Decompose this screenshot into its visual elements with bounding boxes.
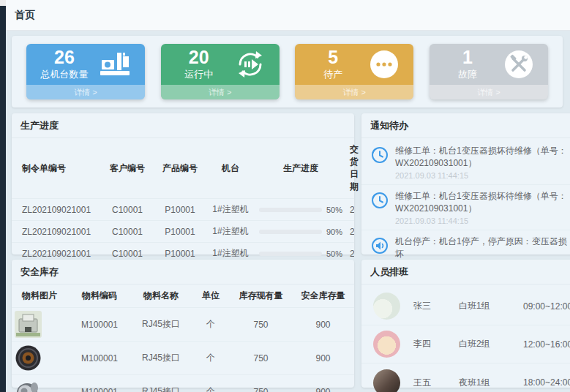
- list-item[interactable]: 维修工单：机台1变压器损坏待维修（单号：WX202109031001） 2021…: [361, 140, 570, 185]
- ellipsis-icon: [368, 48, 400, 80]
- col-product-no: 产品编号: [154, 138, 206, 199]
- fault-value: 1: [462, 48, 473, 67]
- employee-name: 张三: [413, 300, 459, 312]
- card-fault[interactable]: 1 故障: [430, 44, 548, 99]
- col-safety-qty: 安全库存量: [292, 284, 354, 308]
- table-row[interactable]: ZL202109021001 C10001 P10001 1#注塑机 90% 2…: [12, 221, 354, 243]
- waiting-label: 待产: [323, 68, 342, 81]
- table-row[interactable]: M100001 RJ45接口 个 750 900: [12, 308, 354, 342]
- notifications-title: 通知待办: [361, 113, 570, 138]
- cycle-icon: [234, 48, 266, 80]
- dashboard-page: 首页 26 总机台数量: [0, 0, 570, 392]
- list-item[interactable]: 王五 夜班1组 18:00~24:00: [361, 363, 570, 392]
- list-item[interactable]: 张三 白班1组 09:00~12:00: [361, 287, 570, 325]
- avatar: [373, 369, 400, 392]
- clock-icon: [370, 146, 389, 165]
- shift-time: 09:00~12:00: [523, 301, 570, 312]
- production-progress-panel: 生产进度 制令单编号 客户编号 产品编号 机台 生产进度 交货日期: [12, 113, 354, 255]
- staff-schedule-panel: 人员排班 张三 白班1组 09:00~12:00 李四 白班2组 12:: [361, 260, 570, 388]
- running-detail-link[interactable]: 详情 >: [161, 85, 280, 99]
- notification-text: 机台停产：机台1停产，停产原因：变压器损坏: [395, 235, 570, 261]
- rj45-connector-image: [15, 311, 42, 338]
- col-machine: 机台: [206, 138, 255, 199]
- page-title: 首页: [15, 9, 35, 22]
- top-bar: 首页: [6, 0, 570, 31]
- total-machines-value: 26: [54, 48, 75, 67]
- staff-schedule-title: 人员排班: [361, 260, 570, 284]
- round-speaker-image: [15, 344, 42, 372]
- col-material-name: 物料名称: [130, 284, 192, 308]
- speaker-icon: [370, 236, 389, 255]
- clock-icon: [370, 191, 389, 210]
- progress-bar: 90%: [258, 227, 344, 236]
- cone-speaker-image: [15, 378, 42, 392]
- card-total-machines[interactable]: 26 总机台数量: [26, 44, 145, 99]
- col-delivery-date: 交货日期: [347, 138, 354, 199]
- safety-inventory-panel: 安全库存 物料图片 物料编码 物料名称 单位 库存现有量 安全库存量: [12, 260, 354, 388]
- fault-label: 故障: [458, 68, 477, 81]
- notification-text: 维修工单：机台1变压器损坏待维修（单号：WX202109031001）: [395, 190, 570, 216]
- progress-bar: 50%: [258, 206, 344, 214]
- notification-time: 2021.09.03 11:44:15: [395, 171, 570, 180]
- progress-bar: 50%: [258, 249, 344, 258]
- tools-icon: [503, 48, 535, 80]
- col-customer-no: 客户编号: [101, 138, 154, 199]
- avatar: [373, 293, 400, 320]
- employee-name: 李四: [413, 338, 459, 350]
- shift-label: 夜班1组: [459, 377, 523, 389]
- notification-time: 2021.09.03 11:44:15: [395, 216, 570, 225]
- card-running[interactable]: 20 运行中: [161, 44, 280, 99]
- col-progress: 生产进度: [255, 138, 347, 199]
- shift-label: 白班1组: [459, 300, 523, 312]
- col-order-no: 制令单编号: [12, 138, 101, 199]
- employee-name: 王五: [413, 377, 459, 389]
- fault-detail-link[interactable]: 详情 >: [430, 85, 548, 99]
- col-on-hand: 库存现有量: [230, 284, 292, 308]
- col-material-image: 物料图片: [12, 284, 69, 308]
- total-machines-detail-link[interactable]: 详情 >: [26, 85, 145, 99]
- col-unit: 单位: [192, 284, 230, 308]
- table-row[interactable]: M100001 RJ45接口 个 750 900: [12, 342, 354, 375]
- shift-time: 12:00~16:00: [523, 339, 570, 350]
- inventory-table: 物料图片 物料编码 物料名称 单位 库存现有量 安全库存量: [12, 284, 354, 392]
- list-item[interactable]: 维修工单：机台1变压器损坏待维修（单号：WX202109031001） 2021…: [361, 185, 570, 230]
- waiting-value: 5: [328, 48, 338, 67]
- safety-inventory-title: 安全库存: [12, 260, 354, 284]
- stat-cards-panel: 26 总机台数量: [12, 36, 563, 108]
- running-label: 运行中: [184, 68, 213, 81]
- running-value: 20: [189, 48, 209, 67]
- shift-time: 18:00~24:00: [523, 377, 570, 388]
- table-row[interactable]: M100001 RJ45接口 个 750 900: [12, 375, 354, 392]
- main-content: 26 总机台数量: [6, 31, 570, 392]
- sidebar-edge: [0, 6, 6, 392]
- card-waiting[interactable]: 5 待产 详情 >: [295, 44, 413, 99]
- shift-label: 白班2组: [459, 338, 523, 350]
- list-item[interactable]: 李四 白班2组 12:00~16:00: [361, 325, 570, 363]
- notification-text: 维修工单：机台1变压器损坏待维修（单号：WX202109031001）: [395, 145, 570, 170]
- col-material-code: 物料编码: [69, 284, 130, 308]
- machine-icon: [100, 48, 132, 80]
- notifications-panel: 通知待办 维修工单：机台1变压器损坏待维修（单号：WX202109031001: [361, 113, 570, 255]
- waiting-detail-link[interactable]: 详情 >: [295, 85, 413, 99]
- total-machines-label: 总机台数量: [41, 68, 89, 81]
- production-progress-title: 生产进度: [12, 113, 354, 138]
- table-row[interactable]: ZL202109021001 C10001 P10001 1#注塑机 50% 2…: [12, 199, 354, 221]
- avatar: [373, 331, 400, 358]
